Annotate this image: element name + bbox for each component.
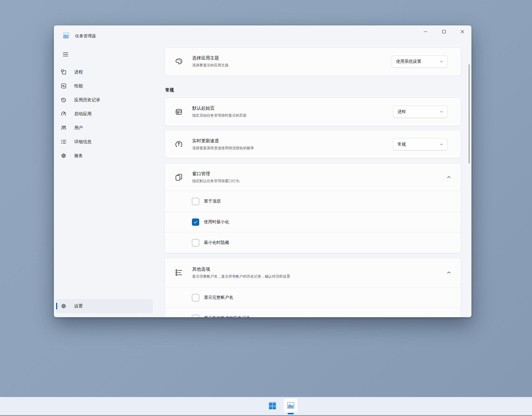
sidebar-item-processes[interactable]: 进程 <box>56 65 153 79</box>
update-speed-card-subtitle: 选择更新系统资源使用情况报告的频率 <box>192 146 254 151</box>
window-controls <box>416 26 471 37</box>
startup-apps-icon <box>61 111 67 117</box>
minimize-icon <box>424 30 427 33</box>
always-on-top-label: 置于顶层 <box>204 199 221 204</box>
window-management-title: 窗口管理 <box>192 171 239 177</box>
other-options-card: 其他选项 显示完整帐户名，显示所有帐户的历史记录，确认对话框设置 <box>165 258 461 317</box>
chevron-up-icon <box>446 174 452 180</box>
sidebar-item-users[interactable]: 用户 <box>56 121 153 135</box>
sidebar-item-label: 用户 <box>74 125 83 131</box>
start-button[interactable] <box>265 398 280 413</box>
maximize-button[interactable] <box>435 26 453 37</box>
maximize-icon <box>442 30 446 33</box>
window-management-text: 窗口管理 指定默认任务管理器窗口行为 <box>192 171 239 184</box>
sidebar-item-label: 性能 <box>74 83 83 89</box>
task-manager-icon <box>287 401 295 410</box>
sidebar-item-app-history[interactable]: 应用历史记录 <box>56 93 153 107</box>
other-options-collapse-button[interactable] <box>444 268 454 278</box>
titlebar: 任务管理器 <box>54 25 471 42</box>
sidebar-item-label: 设置 <box>74 303 83 309</box>
sidebar-item-details[interactable]: 详细信息 <box>56 135 153 149</box>
theme-card-subtitle: 选择要显示的应用主题 <box>192 63 228 68</box>
theme-dropdown-value: 使用系统设置 <box>396 59 421 64</box>
start-page-card-text: 默认起始页 指定启动任务管理器时显示的页面 <box>192 105 247 118</box>
processes-icon <box>61 69 67 75</box>
settings-gear-icon <box>61 303 67 309</box>
start-page-dropdown[interactable]: 进程 <box>393 106 447 118</box>
full-account-name-checkbox[interactable] <box>192 294 199 301</box>
minimize-on-use-row[interactable]: 使用时最小化 <box>165 211 461 232</box>
update-speed-card-text: 实时更新速度 选择更新系统资源使用情况报告的频率 <box>192 138 254 151</box>
task-manager-app-icon <box>63 32 69 39</box>
window-management-subtitle: 指定默认任务管理器窗口行为 <box>192 179 239 184</box>
sidebar-item-label: 进程 <box>74 69 83 75</box>
speedometer-icon <box>175 140 183 148</box>
hamburger-icon <box>62 52 69 57</box>
start-page-card-title: 默认起始页 <box>192 105 247 111</box>
minimize-on-use-checkbox[interactable] <box>192 218 199 226</box>
minimize-button[interactable] <box>416 26 435 37</box>
full-account-name-label: 显示完整帐户名 <box>204 295 233 300</box>
chevron-down-icon <box>439 142 444 146</box>
start-page-dropdown-value: 进程 <box>398 109 406 114</box>
update-speed-dropdown[interactable]: 常规 <box>393 138 447 150</box>
app-history-icon <box>61 97 67 103</box>
hide-when-minimized-row[interactable]: 最小化时隐藏 <box>165 232 461 253</box>
update-speed-setting-card: 实时更新速度 选择更新系统资源使用情况报告的频率 常规 <box>165 130 461 158</box>
hide-when-minimized-checkbox[interactable] <box>192 239 199 246</box>
general-section-title: 常规 <box>165 87 471 93</box>
windows-start-icon <box>269 402 276 410</box>
running-app-indicator <box>288 413 294 414</box>
other-options-title: 其他选项 <box>192 266 290 272</box>
window-management-collapse-button[interactable] <box>444 172 454 182</box>
all-accounts-history-row[interactable]: 显示所有帐户的历史记录 <box>165 308 461 317</box>
sidebar: 进程 性能 <box>54 42 155 317</box>
close-button[interactable] <box>453 26 471 37</box>
full-account-name-row[interactable]: 显示完整帐户名 <box>165 287 461 308</box>
services-icon <box>61 153 67 159</box>
details-icon <box>61 139 67 145</box>
sidebar-item-label: 详细信息 <box>74 139 92 145</box>
minimize-on-use-label: 使用时最小化 <box>204 219 229 225</box>
options-list-icon <box>175 268 183 277</box>
users-icon <box>61 125 67 131</box>
navigation-menu-button[interactable] <box>59 49 72 59</box>
start-page-icon <box>175 108 183 116</box>
close-icon <box>461 30 464 33</box>
taskbar-icons <box>265 398 298 413</box>
windows-stack-icon <box>175 173 183 181</box>
theme-card-text: 选择应用主题 选择要显示的应用主题 <box>192 55 228 68</box>
window-management-header[interactable]: 窗口管理 指定默认任务管理器窗口行为 <box>165 163 461 191</box>
theme-card-title: 选择应用主题 <box>192 55 228 61</box>
sidebar-item-services[interactable]: 服务 <box>56 149 153 163</box>
theme-dropdown[interactable]: 使用系统设置 <box>392 56 447 68</box>
check-icon <box>193 220 198 225</box>
chevron-up-icon <box>446 270 452 275</box>
start-page-setting-card: 默认起始页 指定启动任务管理器时显示的页面 进程 <box>165 97 461 126</box>
window-title: 任务管理器 <box>75 33 96 39</box>
taskbar-task-manager-button[interactable] <box>283 398 298 413</box>
other-options-subtitle: 显示完整帐户名，显示所有帐户的历史记录，确认对话框设置 <box>192 274 290 279</box>
sidebar-item-label: 服务 <box>74 153 83 159</box>
update-speed-dropdown-value: 常规 <box>398 142 406 147</box>
sidebar-item-settings[interactable]: 设置 <box>56 299 153 313</box>
all-accounts-history-label: 显示所有帐户的历史记录 <box>204 316 250 317</box>
other-options-header[interactable]: 其他选项 显示完整帐户名，显示所有帐户的历史记录，确认对话框设置 <box>165 258 461 287</box>
sidebar-item-startup-apps[interactable]: 启动应用 <box>56 107 153 121</box>
taskbar <box>0 397 532 416</box>
chevron-down-icon <box>439 59 444 64</box>
palette-icon <box>175 57 183 66</box>
start-page-card-subtitle: 指定启动任务管理器时显示的页面 <box>192 113 247 118</box>
update-speed-card-title: 实时更新速度 <box>192 138 254 144</box>
task-manager-window: 任务管理器 <box>54 25 471 317</box>
chevron-down-icon <box>439 110 444 114</box>
sidebar-item-label: 启动应用 <box>74 111 92 117</box>
other-options-text: 其他选项 显示完整帐户名，显示所有帐户的历史记录，确认对话框设置 <box>192 266 290 279</box>
all-accounts-history-checkbox[interactable] <box>192 315 199 318</box>
sidebar-item-performance[interactable]: 性能 <box>56 79 153 93</box>
desktop: 任务管理器 <box>0 0 532 416</box>
scrollbar-thumb[interactable] <box>469 64 470 163</box>
active-page-indicator <box>56 303 57 309</box>
always-on-top-row[interactable]: 置于顶层 <box>165 191 461 211</box>
always-on-top-checkbox[interactable] <box>192 198 199 205</box>
